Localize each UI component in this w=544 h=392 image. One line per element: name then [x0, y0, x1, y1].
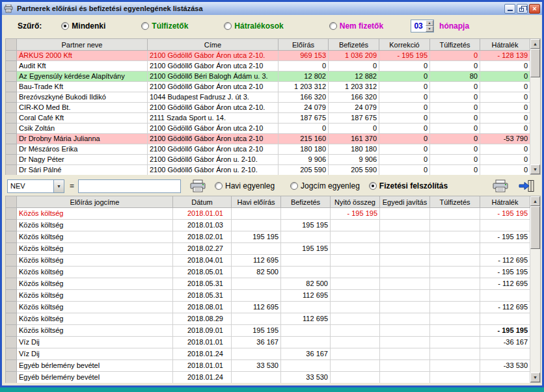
cell: 2018.01.01 — [173, 208, 232, 220]
table-row[interactable]: Csik Zoltán2100 Gödöllő Gábor Áron utca … — [6, 124, 530, 134]
column-header[interactable]: Havi előírás — [232, 196, 281, 208]
cell: 0 — [430, 144, 480, 155]
table-row[interactable]: Közös költség2018.05.31112 695 — [6, 290, 530, 302]
table-row[interactable]: Közös költség2018.01.01- 195 195- 195 19… — [6, 208, 530, 220]
restore-button[interactable] — [517, 4, 528, 14]
column-header[interactable]: Túlfizetés — [430, 39, 480, 51]
table-row[interactable]: Dr Mészáros Erika2100 Gödöllő Gábor Áron… — [6, 144, 530, 155]
print-list-button[interactable] — [187, 178, 208, 194]
table-row[interactable]: Audit Kft2100 Gödöllő Gábor Áron utca 2-… — [6, 61, 530, 72]
partners-scrollbar[interactable]: ▲ ▼ — [530, 38, 541, 175]
scroll-down-icon[interactable]: ▼ — [530, 372, 540, 382]
table-row[interactable]: Dr Sári Pálné2100 Gödöllő Gábor Áron u. … — [6, 165, 530, 176]
table-row[interactable]: Bau-Trade Kft2100 Gödöllő Gábor Áron utc… — [6, 82, 530, 92]
cell: 9 906 — [279, 155, 329, 165]
table-row[interactable]: Dr Drobny Mária Julianna2100 Gödöllő Gáb… — [6, 134, 530, 144]
spin-down-icon[interactable]: ▼ — [426, 26, 433, 32]
cell: 187 675 — [279, 113, 329, 124]
column-header[interactable]: Hátralék — [480, 196, 530, 208]
table-row[interactable]: CIR-KO Med Bt.2100 Gödöllő Gábor Áron ut… — [6, 103, 530, 113]
column-header[interactable]: Előírás jogcíme — [17, 196, 173, 208]
filter-bar: Szűrő: Mindenki Túlfizetők Hátralékosok … — [8, 18, 536, 34]
table-row[interactable]: Víz Dij2018.01.2436 167 — [6, 348, 530, 360]
table-row[interactable]: Egyéb bérlemény bevétel2018.01.2433 530 — [6, 372, 530, 384]
cell — [430, 313, 480, 325]
table-row[interactable]: Közös költség2018.09.01195 195- 195 195 — [6, 325, 530, 337]
cell: 0 — [430, 134, 480, 144]
table-row[interactable]: Közös költség2018.04.01112 695- 112 695 — [6, 255, 530, 267]
exit-button[interactable] — [516, 178, 537, 194]
table-row[interactable]: Közös költség2018.05.0182 500- 195 195 — [6, 267, 530, 278]
table-row[interactable]: Egyéb bérlemény bevétel2018.01.0133 530-… — [6, 360, 530, 372]
months-spinner[interactable]: 03 ▲ ▼ — [411, 20, 434, 33]
column-header[interactable]: Túlfizetés — [430, 196, 480, 208]
cell: 161 370 — [329, 134, 379, 144]
column-header[interactable]: Címe — [148, 39, 279, 51]
report-option-fizetesi-felszolitas[interactable]: Fizetési felszólítás — [369, 181, 448, 190]
cell: 0 — [480, 124, 530, 134]
table-row[interactable]: Az Egyensúly kérdése Alapítvány2100 Gödö… — [6, 72, 530, 82]
cell: 0 — [480, 61, 530, 72]
table-row[interactable]: Víz Dij2018.01.0136 167-36 167 — [6, 337, 530, 348]
column-header[interactable]: Korrekció — [379, 39, 430, 51]
table-row[interactable]: Közös költség2018.08.01112 695- 112 695 — [6, 302, 530, 313]
scroll-track[interactable] — [530, 249, 540, 372]
cell: 0 — [430, 165, 480, 176]
scroll-thumb[interactable] — [530, 206, 540, 249]
row-indicator-header — [6, 196, 17, 208]
cell: 112 695 — [281, 290, 331, 302]
cell: Közös költség — [17, 325, 173, 337]
chevron-down-icon[interactable]: ▼ — [53, 180, 64, 192]
column-header[interactable]: Hátralék — [480, 39, 530, 51]
report-option-label: Havi egyenleg — [225, 181, 275, 190]
column-header[interactable]: Nyitó összeg — [331, 196, 380, 208]
table-row[interactable]: Közös költség2018.02.01195 195- 195 195 — [6, 231, 530, 243]
table-row[interactable]: Coral Café Kft2111 Szada Sport u. 14.187… — [6, 113, 530, 124]
cell: 2018.01.01 — [173, 337, 232, 348]
spin-up-icon[interactable]: ▲ — [426, 20, 433, 26]
table-row[interactable]: Közös költség2018.08.29112 695 — [6, 313, 530, 325]
table-row[interactable]: Közös költség2018.02.27195 195 — [6, 243, 530, 255]
cell — [331, 278, 380, 290]
scroll-track[interactable] — [530, 77, 540, 164]
cell — [331, 360, 380, 372]
row-indicator — [6, 278, 17, 290]
filter-option-hatralekosok[interactable]: Hátralékosok — [224, 21, 283, 31]
filter-option-tulfizetok[interactable]: Túlfizetők — [141, 21, 188, 31]
print-report-button[interactable] — [490, 178, 511, 194]
search-input[interactable] — [78, 179, 181, 193]
cell: - 195 195 — [480, 208, 530, 220]
close-button[interactable]: × — [529, 4, 540, 14]
cell: 0 — [379, 134, 430, 144]
table-row[interactable]: Dr Nagy Péter2100 Gödöllő Gábor Áron u. … — [6, 155, 530, 165]
column-header[interactable]: Partner neve — [17, 39, 148, 51]
column-header[interactable]: Befizetés — [329, 39, 379, 51]
cell: Közös költség — [17, 313, 173, 325]
cell: 36 167 — [281, 348, 331, 360]
cell: 0 — [379, 72, 430, 82]
table-row[interactable]: Közös költség2018.01.03195 195 — [6, 220, 530, 231]
cell — [430, 372, 480, 384]
column-header[interactable]: Egyedi javítás — [380, 196, 430, 208]
ledger-scrollbar[interactable]: ▲ ▼ — [530, 196, 541, 383]
table-row[interactable]: Brezóvszkyné Bukodi Ildikó1044 Budapest … — [6, 92, 530, 103]
report-option-label: Fizetési felszólítás — [379, 181, 448, 190]
column-header[interactable]: Előírás — [279, 39, 329, 51]
field-selector-combo[interactable]: NEV ▼ — [7, 179, 64, 193]
minimize-button[interactable] — [504, 4, 515, 14]
scroll-up-icon[interactable]: ▲ — [530, 196, 540, 206]
report-option-jogcim-egyenleg[interactable]: Jogcím egyenleg — [290, 181, 360, 190]
scroll-up-icon[interactable]: ▲ — [530, 39, 540, 49]
column-header[interactable]: Dátum — [173, 196, 232, 208]
column-header[interactable]: Befizetés — [281, 196, 331, 208]
cell — [480, 313, 530, 325]
cell: 82 500 — [281, 278, 331, 290]
table-row[interactable]: ÁRKUS 2000 Kft2100 Gödöllő Gábor Áron ut… — [6, 51, 530, 61]
table-row[interactable]: Közös költség2018.05.3182 500- 112 695 — [6, 278, 530, 290]
scroll-thumb[interactable] — [530, 49, 540, 77]
filter-option-mindenki[interactable]: Mindenki — [61, 21, 105, 31]
report-option-havi-egyenleg[interactable]: Havi egyenleg — [215, 181, 275, 190]
row-indicator — [6, 325, 17, 337]
scroll-down-icon[interactable]: ▼ — [530, 164, 540, 174]
filter-option-nem-fizetok[interactable]: Nem fizetők — [329, 21, 383, 31]
